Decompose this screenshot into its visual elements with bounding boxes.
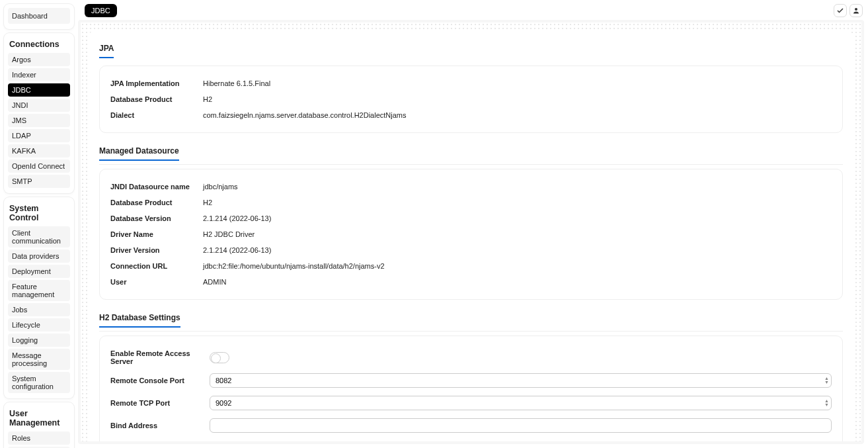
row-enable-remote: Enable Remote Access Server [110, 345, 832, 369]
kv-key: Database Version [110, 214, 203, 222]
sidebar-item-label: JMS [12, 116, 26, 124]
breadcrumb-label: JDBC [91, 7, 110, 15]
sidebar-item-argos[interactable]: Argos [8, 53, 70, 66]
kv-value: ADMIN [203, 278, 832, 286]
sidebar-item-jms[interactable]: JMS [8, 114, 70, 127]
kv-value: jdbc/njams [203, 183, 832, 191]
kv-key: JNDI Datasource name [110, 183, 203, 191]
kv-value: Hibernate 6.1.5.Final [203, 79, 832, 87]
h2-backup-settings-title: H2 Backup Settings [110, 437, 832, 444]
sidebar-item-label: Data providers [12, 252, 59, 260]
kv-key: Database Product [110, 199, 203, 206]
sidebar-group-title: System Control [8, 201, 70, 226]
sidebar-item-label: System configuration [12, 375, 66, 390]
sidebar-item-lifecycle[interactable]: Lifecycle [8, 318, 70, 332]
sidebar-item-label: Indexer [12, 71, 36, 79]
sidebar-item-logging[interactable]: Logging [8, 334, 70, 347]
kv-key: Driver Version [110, 246, 203, 254]
content-area[interactable]: JPA JPA ImplementationHibernate 6.1.5.Fi… [78, 20, 864, 444]
managed-datasource-card: JNDI Datasource namejdbc/njams Database … [99, 169, 843, 300]
sidebar-item-deployment[interactable]: Deployment [8, 265, 70, 278]
sidebar-item-label: LDAP [12, 132, 31, 140]
sidebar-item-smtp[interactable]: SMTP [8, 175, 70, 188]
h2-settings-card: Enable Remote Access Server Remote Conso… [99, 336, 843, 444]
form-label: Enable Remote Access Server [110, 349, 203, 365]
kv-row: Connection URLjdbc:h2:file:/home/ubuntu/… [110, 258, 832, 274]
kv-key: Dialect [110, 111, 203, 119]
user-icon [852, 7, 860, 15]
remote-tcp-port-input[interactable] [210, 396, 832, 410]
sidebar-item-label: KAFKA [12, 147, 36, 155]
sidebar-group-title: Connections [8, 37, 70, 53]
form-label: Remote TCP Port [110, 399, 203, 407]
sidebar-group-connections: Connections Argos Indexer JDBC JNDI JMS … [4, 33, 74, 193]
kv-row: Database ProductH2 [110, 91, 832, 107]
topbar: JDBC [78, 0, 868, 20]
kv-row: JPA ImplementationHibernate 6.1.5.Final [110, 75, 832, 91]
sidebar-item-label: Dashboard [12, 12, 48, 20]
sidebar-item-ldap[interactable]: LDAP [8, 129, 70, 142]
sidebar-item-jdbc[interactable]: JDBC [8, 83, 70, 97]
remote-console-port-input[interactable] [210, 373, 832, 388]
sidebar: Dashboard Connections Argos Indexer JDBC… [0, 0, 78, 448]
kv-value: jdbc:h2:file:/home/ubuntu/njams-install/… [203, 262, 832, 270]
row-bind-address: Bind Address [110, 414, 832, 437]
kv-value: com.faizsiegeln.njams.server.database.co… [203, 111, 832, 119]
sidebar-item-system-configuration[interactable]: System configuration [8, 372, 70, 393]
kv-row: JNDI Datasource namejdbc/njams [110, 179, 832, 195]
section-header-managed-datasource: Managed Datasource [99, 142, 843, 165]
sidebar-item-openid-connect[interactable]: OpenId Connect [8, 159, 70, 173]
sidebar-item-client-communication[interactable]: Client communication [8, 226, 70, 247]
kv-value: H2 [203, 199, 832, 206]
row-remote-tcp-port: Remote TCP Port ▲▼ [110, 392, 832, 414]
sidebar-item-indexer[interactable]: Indexer [8, 68, 70, 81]
sidebar-item-jobs[interactable]: Jobs [8, 303, 70, 316]
kv-row: Dialectcom.faizsiegeln.njams.server.data… [110, 107, 832, 123]
sidebar-item-data-providers[interactable]: Data providers [8, 249, 70, 263]
sidebar-item-label: Deployment [12, 267, 51, 275]
sidebar-item-dashboard[interactable]: Dashboard [8, 8, 70, 24]
sidebar-item-label: JDBC [12, 86, 31, 94]
section-title: Managed Datasource [99, 146, 179, 161]
sidebar-item-label: Message processing [12, 351, 66, 367]
kv-key: User [110, 278, 203, 286]
kv-row: Database Version2.1.214 (2022-06-13) [110, 210, 832, 226]
sidebar-item-label: OpenId Connect [12, 162, 65, 170]
kv-value: H2 [203, 95, 832, 103]
kv-row: Driver Version2.1.214 (2022-06-13) [110, 242, 832, 258]
sidebar-group-user-management: User Management Roles Users Sessions [4, 402, 74, 448]
sidebar-group-system-control: System Control Client communication Data… [4, 197, 74, 398]
jpa-card: JPA ImplementationHibernate 6.1.5.Final … [99, 66, 843, 133]
row-remote-console-port: Remote Console Port ▲▼ [110, 369, 832, 392]
user-menu-button[interactable] [849, 4, 863, 17]
sidebar-item-feature-management[interactable]: Feature management [8, 280, 70, 301]
bind-address-input[interactable] [210, 418, 832, 433]
section-title: JPA [99, 44, 114, 58]
sidebar-item-label: JNDI [12, 101, 28, 109]
form-label: Remote Console Port [110, 377, 203, 384]
kv-value: 2.1.214 (2022-06-13) [203, 246, 832, 254]
kv-row: Database ProductH2 [110, 195, 832, 210]
sidebar-item-roles[interactable]: Roles [8, 431, 70, 445]
sidebar-group-title: User Management [8, 406, 70, 431]
sidebar-item-message-processing[interactable]: Message processing [8, 349, 70, 370]
sidebar-item-kafka[interactable]: KAFKA [8, 144, 70, 157]
confirm-button[interactable] [834, 4, 847, 17]
section-header-jpa: JPA [99, 40, 843, 62]
svg-point-1 [855, 8, 857, 11]
main: JDBC JPA JPA ImplementationHibernate 6.1… [78, 0, 868, 448]
sidebar-item-jndi[interactable]: JNDI [8, 99, 70, 112]
kv-key: Driver Name [110, 230, 203, 238]
kv-value: 2.1.214 (2022-06-13) [203, 214, 832, 222]
kv-value: H2 JDBC Driver [203, 230, 832, 238]
sidebar-group-dashboard: Dashboard [4, 4, 74, 29]
sidebar-item-label: Feature management [12, 283, 66, 298]
sidebar-item-label: Lifecycle [12, 321, 40, 329]
kv-key: JPA Implementation [110, 79, 203, 87]
sidebar-item-label: Logging [12, 336, 38, 344]
enable-remote-toggle[interactable] [210, 352, 229, 363]
kv-row: UserADMIN [110, 274, 832, 290]
sidebar-item-label: Roles [12, 434, 30, 442]
section-header-h2-settings: H2 Database Settings [99, 309, 843, 332]
sidebar-item-label: Client communication [12, 229, 66, 245]
